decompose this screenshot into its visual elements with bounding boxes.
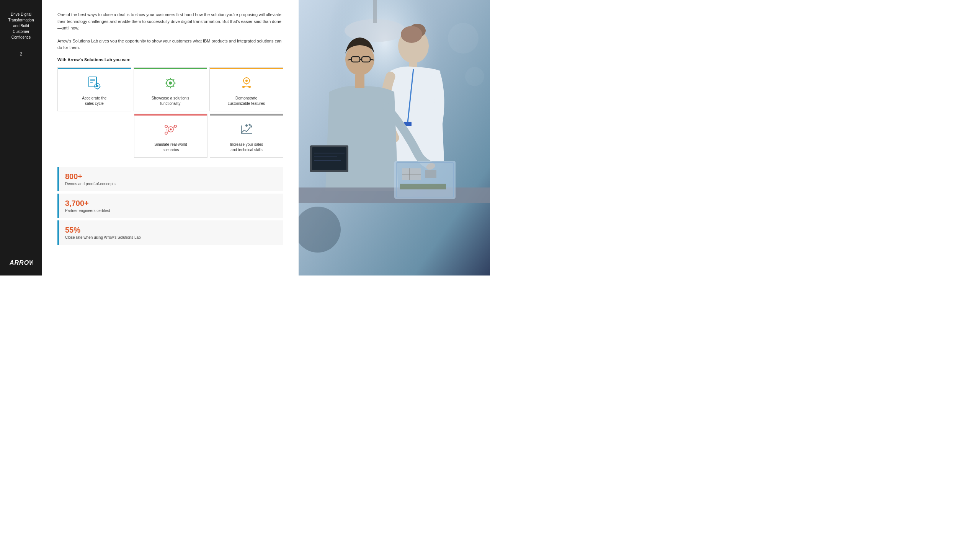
card-bar-yellow: [210, 68, 283, 69]
svg-point-33: [165, 132, 167, 134]
card-label-demonstrate: Demonstratecustomizable features: [228, 96, 265, 106]
card-showcase: Showcase a solution'sfunctionality: [134, 67, 207, 111]
card-simulate: Simulate real-worldscenarios: [134, 114, 207, 158]
cards-row-2: Simulate real-worldscenarios Increase yo…: [57, 114, 283, 158]
stat-desc-2: Partner engineers certified: [65, 209, 277, 213]
svg-point-22: [245, 80, 248, 82]
stat-number-3: 55%: [65, 226, 277, 235]
svg-point-76: [465, 67, 484, 86]
card-icon-simulate: [164, 122, 178, 139]
svg-rect-54: [355, 75, 364, 88]
svg-point-75: [448, 23, 479, 54]
sidebar: Drive Digital Transformation and Build C…: [0, 0, 42, 276]
intro-paragraph-2: Arrow's Solutions Lab gives you the oppo…: [57, 38, 283, 51]
card-accelerate: Accelerate thesales cycle: [57, 67, 131, 111]
svg-point-31: [165, 125, 167, 127]
svg-rect-71: [312, 147, 346, 170]
svg-rect-40: [241, 126, 242, 133]
stats-section: 800+ Demos and proof-of-concepts 3,700+ …: [57, 167, 283, 245]
svg-point-30: [170, 128, 172, 130]
page-number: 2: [20, 52, 22, 56]
lab-scene-svg: [299, 0, 490, 276]
svg-line-18: [173, 86, 174, 87]
stat-box-3: 55% Close rate when using Arrow's Soluti…: [57, 220, 283, 245]
svg-point-28: [248, 86, 251, 88]
card-label-accelerate: Accelerate thesales cycle: [82, 96, 106, 106]
svg-rect-66: [425, 170, 436, 178]
handshake-gear-icon: [240, 76, 253, 90]
stat-desc-3: Close rate when using Arrow's Solutions …: [65, 235, 277, 240]
spacer-left: [58, 114, 132, 158]
svg-line-19: [173, 79, 174, 80]
sidebar-title: Drive Digital Transformation and Build C…: [8, 11, 34, 40]
stat-number-1: 800+: [65, 172, 277, 181]
svg-point-32: [174, 125, 176, 127]
sidebar-title-line3: and Build: [13, 24, 29, 28]
stat-box-1: 800+ Demos and proof-of-concepts: [57, 167, 283, 191]
card-label-showcase: Showcase a solution'sfunctionality: [152, 96, 189, 106]
svg-point-50: [401, 26, 422, 43]
svg-point-41: [245, 124, 248, 127]
gear-eye-icon: [163, 76, 177, 90]
card-label-simulate: Simulate real-worldscenarios: [154, 142, 187, 153]
svg-point-6: [96, 85, 98, 87]
svg-line-35: [173, 126, 174, 127]
card-icon-showcase: [163, 76, 177, 93]
stat-number-2: 3,700+: [65, 199, 277, 208]
svg-line-36: [167, 131, 168, 132]
svg-rect-1: [89, 77, 96, 87]
card-bar-gray: [210, 114, 283, 116]
card-icon-increase: [240, 122, 253, 139]
image-panel: [299, 0, 490, 276]
svg-rect-69: [400, 184, 446, 189]
sidebar-title-line4: Customer: [13, 29, 29, 34]
arrow-logo: ARROW: [10, 259, 33, 268]
svg-rect-39: [241, 133, 252, 134]
document-gear-icon: [87, 76, 101, 90]
card-bar-red: [134, 114, 207, 116]
intro-paragraph-1: One of the best ways to close a deal is …: [57, 11, 283, 32]
arrow-logo-text: ARROW: [10, 260, 33, 267]
sidebar-title-line1: Drive Digital: [11, 12, 31, 16]
chart-up-icon: [240, 122, 253, 136]
card-bar-green: [134, 68, 207, 69]
card-increase: Increase your salesand technical skills: [210, 114, 283, 158]
network-gear-icon: [164, 122, 178, 136]
card-icon-demonstrate: [240, 76, 253, 93]
stat-desc-1: Demos and proof-of-concepts: [65, 182, 277, 186]
svg-point-27: [242, 86, 245, 88]
svg-point-42: [249, 124, 251, 126]
cards-row-1: Accelerate thesales cycle Sho: [57, 67, 283, 111]
card-bar-blue: [58, 68, 131, 69]
card-demonstrate: Demonstratecustomizable features: [209, 67, 283, 111]
svg-line-34: [167, 126, 168, 127]
main-content: One of the best ways to close a deal is …: [42, 0, 299, 276]
card-label-increase: Increase your salesand technical skills: [230, 142, 263, 153]
svg-text:ARROW: ARROW: [10, 259, 33, 266]
card-icon-accelerate: [87, 76, 101, 93]
svg-line-20: [167, 86, 168, 87]
sidebar-title-line2: Transformation: [8, 18, 34, 22]
stat-box-2: 3,700+ Partner engineers certified: [57, 194, 283, 218]
arrow-logo-svg: ARROW: [10, 259, 33, 266]
sidebar-title-line5: Confidence: [11, 35, 31, 39]
people-scene: [299, 0, 490, 276]
svg-rect-46: [373, 0, 377, 23]
svg-line-17: [167, 79, 168, 80]
section-label: With Arrow's Solutions Lab you can:: [57, 57, 283, 62]
svg-point-12: [169, 82, 172, 85]
